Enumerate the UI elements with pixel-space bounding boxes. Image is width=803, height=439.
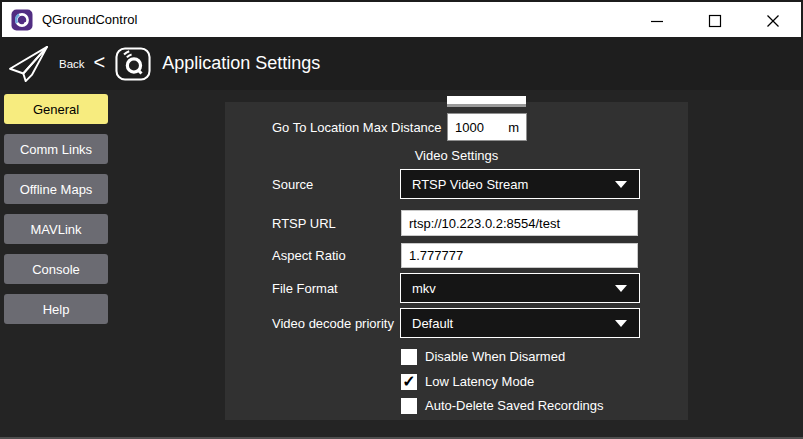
disable-when-disarmed-checkbox[interactable] (401, 349, 417, 365)
checkbox-row-auto-delete-recordings: Auto-Delete Saved Recordings (401, 397, 604, 414)
decode-priority-dropdown-value: Default (412, 316, 453, 331)
chevron-down-icon (615, 181, 627, 188)
decode-priority-label: Video decode priority (272, 308, 394, 338)
maximize-button[interactable] (707, 13, 723, 29)
disable-when-disarmed-label: Disable When Disarmed (425, 349, 565, 364)
low-latency-mode-checkbox[interactable]: ✓ (401, 374, 417, 390)
file-format-dropdown[interactable]: mkv (400, 273, 640, 303)
minimize-button[interactable] (649, 13, 665, 29)
sidebar-item-console[interactable]: Console (4, 254, 108, 284)
chevron-down-icon (615, 285, 627, 292)
source-dropdown-value: RTSP Video Stream (412, 177, 528, 192)
settings-sidebar: General Comm Links Offline Maps MAVLink … (4, 94, 108, 324)
sidebar-item-comm-links[interactable]: Comm Links (4, 134, 108, 164)
chevron-down-icon (615, 320, 627, 327)
decode-priority-dropdown[interactable]: Default (400, 308, 640, 338)
clipped-scrolled-input[interactable] (447, 96, 526, 107)
checkbox-row-low-latency-mode: ✓ Low Latency Mode (401, 373, 534, 390)
source-dropdown[interactable]: RTSP Video Stream (400, 169, 640, 199)
window-titlebar: QGroundControl (0, 0, 803, 37)
page-title: Application Settings (162, 53, 320, 74)
max-distance-value: 1000 (455, 120, 484, 135)
max-distance-unit: m (508, 120, 519, 135)
checkbox-row-disable-when-disarmed: Disable When Disarmed (401, 348, 565, 365)
rtsp-url-label: RTSP URL (272, 210, 336, 236)
max-distance-label: Go To Location Max Distance (272, 113, 442, 141)
sidebar-item-help[interactable]: Help (4, 294, 108, 324)
low-latency-mode-label: Low Latency Mode (425, 374, 534, 389)
aspect-ratio-label: Aspect Ratio (272, 243, 346, 268)
max-distance-field[interactable]: 1000 m (447, 113, 527, 141)
back-chevron-icon[interactable]: < (94, 51, 106, 74)
back-button[interactable]: Back (59, 58, 85, 70)
sidebar-item-offline-maps[interactable]: Offline Maps (4, 174, 108, 204)
window-title: QGroundControl (42, 12, 137, 27)
rtsp-url-input[interactable] (401, 210, 638, 236)
source-label: Source (272, 169, 313, 199)
video-settings-heading: Video Settings (225, 148, 688, 164)
paper-plane-back-icon[interactable] (8, 45, 50, 83)
general-settings-panel: Go To Location Max Distance 1000 m Video… (225, 102, 688, 420)
auto-delete-recordings-checkbox[interactable] (401, 398, 417, 414)
qgroundcontrol-app-icon (11, 9, 33, 31)
close-button[interactable] (765, 13, 781, 29)
auto-delete-recordings-label: Auto-Delete Saved Recordings (425, 398, 604, 413)
file-format-dropdown-value: mkv (412, 281, 436, 296)
sidebar-item-mavlink[interactable]: MAVLink (4, 214, 108, 244)
settings-header: Back < Application Settings (0, 37, 803, 90)
aspect-ratio-input[interactable] (401, 243, 638, 268)
file-format-label: File Format (272, 273, 338, 303)
sidebar-item-general[interactable]: General (4, 94, 108, 124)
qgroundcontrol-logo-icon (115, 47, 151, 81)
